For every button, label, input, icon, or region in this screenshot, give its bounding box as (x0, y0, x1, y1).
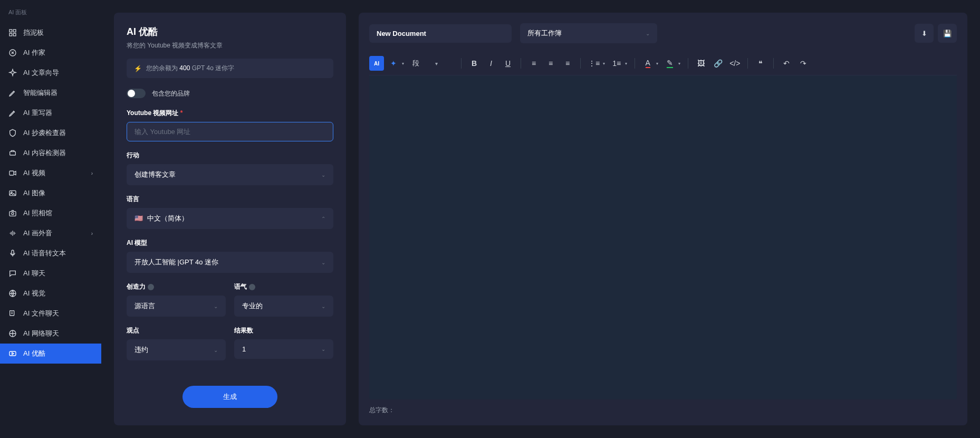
chevron-down-icon[interactable]: ▾ (625, 61, 627, 66)
language-select[interactable]: 🇺🇸中文（简体） ⌃ (127, 208, 333, 229)
sidebar-label: AI 重写器 (23, 108, 52, 118)
align-right-button[interactable]: ≡ (560, 56, 575, 71)
sidebar-item-chat[interactable]: AI 聊天 (0, 263, 101, 283)
text-color-button[interactable]: A (640, 56, 655, 71)
chevron-down-icon[interactable]: ▾ (656, 61, 658, 66)
link-button[interactable]: 🔗 (710, 56, 725, 71)
sidebar-item-youtube[interactable]: AI 优酷 (0, 344, 101, 364)
ai-button[interactable]: AI (369, 56, 384, 71)
info-icon (249, 284, 255, 290)
sidebar-item-voiceover[interactable]: AI 画外音 › (0, 223, 101, 243)
link-icon: 🔗 (714, 59, 723, 68)
sidebar-label: AI 网络聊天 (23, 329, 59, 338)
align-center-button[interactable]: ≡ (543, 56, 558, 71)
chevron-down-icon[interactable]: ▾ (603, 61, 605, 66)
image-icon: 🖼 (697, 59, 705, 68)
sidebar-item-rewriter[interactable]: AI 重写器 (0, 103, 101, 123)
sidebar-item-detector[interactable]: AI 内容检测器 (0, 143, 101, 163)
download-button[interactable]: ⬇ (915, 24, 934, 43)
code-button[interactable]: </> (727, 56, 742, 71)
creativity-select[interactable]: 源语言 ⌄ (127, 296, 226, 317)
highlight-button[interactable]: ✎ (662, 56, 677, 71)
action-select[interactable]: 创建博客文章 ⌄ (127, 164, 333, 185)
sidebar-item-plagiarism[interactable]: AI 抄袭检查器 (0, 123, 101, 143)
editor-panel: 所有工作簿 ⌄ ⬇ 💾 AI ✦ ▾ 段 ▾ B I U (359, 13, 967, 425)
svg-point-10 (12, 213, 14, 215)
page-subtitle: 将您的 Youtube 视频变成博客文章 (127, 41, 333, 50)
view-select[interactable]: 违约 ⌄ (127, 339, 226, 360)
svg-rect-0 (9, 30, 12, 32)
sidebar-label: AI 语音转文本 (23, 249, 66, 258)
dashboard-icon (8, 28, 17, 37)
camera-icon (8, 209, 17, 217)
bolt-icon: ⚡ (134, 65, 142, 72)
chevron-down-icon[interactable]: ▾ (678, 61, 680, 66)
svg-rect-1 (13, 30, 16, 32)
chevron-down-icon[interactable]: ▾ (402, 61, 404, 66)
video-icon (8, 169, 17, 177)
chevron-down-icon: ⌃ (321, 216, 325, 222)
sidebar-item-editor[interactable]: 智能编辑器 (0, 83, 101, 103)
brand-toggle[interactable] (127, 89, 146, 98)
bullet-list-button[interactable]: ⋮≡ (586, 56, 602, 71)
results-label: 结果数 (234, 326, 333, 335)
detect-icon (8, 149, 17, 157)
list-ul-icon: ⋮≡ (588, 59, 600, 68)
sidebar-item-photo[interactable]: AI 照相馆 (0, 203, 101, 223)
word-count: 总字数： (369, 399, 957, 415)
sidebar-item-dashboard[interactable]: 挡泥板 (0, 23, 101, 43)
sidebar-item-wizard[interactable]: AI 文章向导 (0, 63, 101, 83)
paragraph-select[interactable]: 段 ▾ (408, 56, 456, 70)
text-color-icon: A (646, 59, 650, 68)
document-title-input[interactable] (369, 24, 512, 43)
sparkle-icon (8, 69, 17, 77)
creativity-label: 创造力 (127, 282, 226, 291)
youtube-icon (8, 349, 17, 358)
align-left-button[interactable]: ≡ (526, 56, 541, 71)
sidebar-label: AI 优酷 (23, 349, 45, 358)
sidebar-label: AI 内容检测器 (23, 148, 66, 158)
italic-button[interactable]: I (484, 56, 498, 71)
sidebar-item-stt[interactable]: AI 语音转文本 (0, 243, 101, 263)
generate-button[interactable]: 生成 (182, 386, 277, 408)
redo-button[interactable]: ↷ (796, 56, 811, 71)
model-select[interactable]: 开放人工智能 |GPT 4o 迷你 ⌄ (127, 252, 333, 273)
quote-button[interactable]: ❝ (753, 56, 768, 71)
align-right-icon: ≡ (565, 59, 570, 68)
save-button[interactable]: 💾 (938, 24, 957, 43)
redo-icon: ↷ (800, 59, 806, 68)
results-select[interactable]: 1 ⌄ (234, 339, 333, 359)
sidebar-item-image[interactable]: AI 图像 (0, 183, 101, 203)
image-button[interactable]: 🖼 (694, 56, 708, 71)
sidebar-item-webchat[interactable]: AI 网络聊天 (0, 323, 101, 344)
sidebar-item-filechat[interactable]: AI 文件聊天 (0, 303, 101, 323)
sidebar-label: AI 照相馆 (23, 208, 52, 218)
align-center-icon: ≡ (549, 59, 553, 68)
rewrite-icon (8, 109, 17, 117)
magic-button[interactable]: ✦ (386, 56, 401, 71)
number-list-button[interactable]: 1≡ (609, 56, 624, 71)
undo-icon: ↶ (783, 59, 790, 68)
italic-icon: I (490, 59, 492, 68)
url-label: Youtube 视频网址 * (127, 109, 333, 118)
sidebar-item-vision[interactable]: AI 视觉 (0, 283, 101, 303)
sidebar-label: 智能编辑器 (23, 88, 57, 98)
undo-button[interactable]: ↶ (779, 56, 794, 71)
underline-button[interactable]: U (501, 56, 515, 71)
pen-icon (8, 89, 17, 97)
underline-icon: U (505, 59, 511, 68)
youtube-url-input[interactable] (127, 122, 333, 141)
ai-icon (8, 49, 17, 57)
sidebar-label: AI 文件聊天 (23, 309, 59, 318)
svg-rect-2 (9, 33, 12, 36)
svg-rect-5 (10, 151, 16, 155)
workbook-select[interactable]: 所有工作簿 ⌄ (520, 23, 657, 43)
balance-info: ⚡ 您的余额为 400 GPT 4o 迷你字 (127, 59, 333, 78)
editor-content[interactable] (369, 75, 957, 399)
svg-rect-9 (9, 212, 16, 216)
tone-select[interactable]: 专业的 ⌄ (234, 296, 333, 317)
bold-button[interactable]: B (467, 56, 482, 71)
sidebar-item-writer[interactable]: AI 作家 (0, 43, 101, 63)
sidebar-item-video[interactable]: AI 视频 › (0, 163, 101, 183)
tone-label: 语气 (234, 282, 333, 291)
